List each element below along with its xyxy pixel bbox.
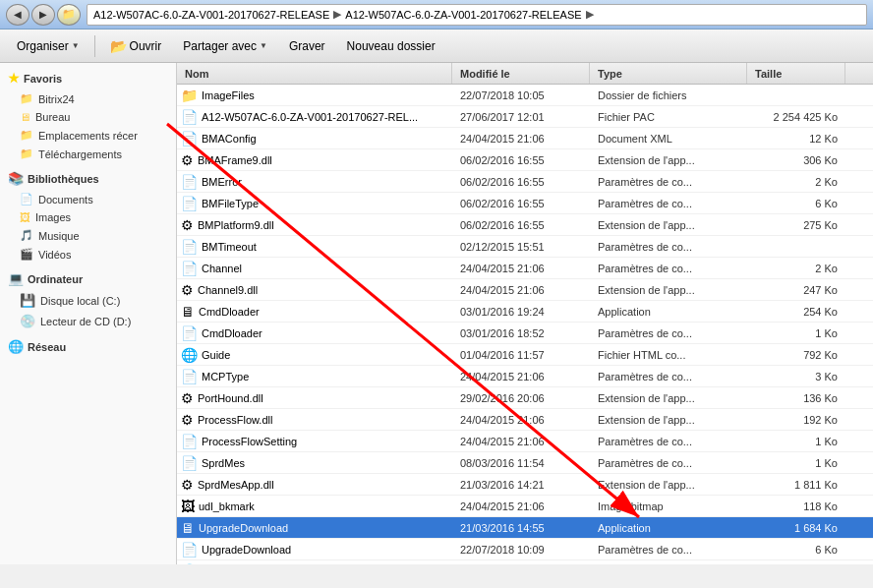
sidebar-item-cd-drive[interactable]: 💿 Lecteur de CD (D:) [0, 311, 176, 331]
file-type-icon: 📁 [181, 88, 198, 103]
file-name-cell: ⚙ PortHound.dll [177, 390, 452, 406]
share-button[interactable]: Partager avec ▼ [174, 35, 276, 57]
libraries-header: 📚 Bibliothèques [0, 167, 176, 190]
table-row[interactable]: ⚙ BMAFrame9.dll 06/02/2016 16:55 Extensi… [177, 149, 873, 171]
column-header-size[interactable]: Taille [747, 63, 845, 84]
table-row[interactable]: 📄 ProcessFlowSetting 24/04/2015 21:06 Pa… [177, 431, 873, 452]
forward-button[interactable]: ▶ [31, 4, 55, 26]
table-row[interactable]: 📄 BMAConfig 24/04/2015 21:06 Document XM… [177, 128, 873, 149]
table-row[interactable]: 🌐 内部公开-InternalUse 09/11/2016 02:11 Fire… [177, 560, 873, 564]
file-size-cell: 2 254 425 Ko [747, 111, 845, 123]
file-type-icon: 🖥 [181, 520, 195, 536]
file-name-label: A12-W507AC-6.0-ZA-V001-20170627-REL... [202, 111, 418, 123]
sidebar-item-bureau[interactable]: 🖥 Bureau [0, 108, 176, 126]
file-size-cell: 792 Ko [747, 349, 845, 361]
breadcrumb-bar[interactable]: A12-W507AC-6.0-ZA-V001-20170627-RELEASE … [87, 4, 867, 26]
file-type-icon: 📄 [181, 196, 198, 211]
sidebar-item-recent[interactable]: 📁 Emplacements récer [0, 126, 176, 145]
new-folder-label: Nouveau dossier [347, 39, 436, 53]
file-size-cell: 1 684 Ko [747, 522, 845, 534]
share-label: Partager avec [183, 39, 257, 53]
burn-button[interactable]: Graver [280, 35, 334, 57]
breadcrumb-item-1[interactable]: A12-W507AC-6.0-ZA-V001-20170627-RELEASE [93, 9, 329, 21]
back-button[interactable]: ◀ [6, 4, 29, 26]
file-type-icon: 📄 [181, 369, 198, 384]
drive-icon: 💾 [20, 293, 35, 308]
table-row[interactable]: 🌐 Guide 01/04/2016 11:57 Fichier HTML co… [177, 344, 873, 366]
table-row[interactable]: 📄 A12-W507AC-6.0-ZA-V001-20170627-REL...… [177, 106, 873, 128]
table-row[interactable]: 📄 CmdDloader 03/01/2016 18:52 Paramètres… [177, 323, 873, 344]
sidebar-item-downloads[interactable]: 📁 Téléchargements [0, 145, 176, 163]
file-date-cell: 24/04/2015 21:06 [452, 133, 590, 145]
network-label: Réseau [28, 341, 66, 353]
file-name-cell: ⚙ SprdMesApp.dll [177, 477, 452, 493]
table-row[interactable]: 📄 BMFileType 06/02/2016 16:55 Paramètres… [177, 193, 873, 214]
sidebar-item-label: Bitrix24 [38, 93, 75, 105]
new-folder-button[interactable]: Nouveau dossier [338, 35, 444, 57]
table-row[interactable]: ⚙ BMPlatform9.dll 06/02/2016 16:55 Exten… [177, 214, 873, 236]
table-row[interactable]: ⚙ PortHound.dll 29/02/2016 20:06 Extensi… [177, 387, 873, 409]
column-header-name[interactable]: Nom [177, 63, 452, 84]
open-button[interactable]: 📂 Ouvrir [101, 34, 171, 58]
computer-header: 💻 Ordinateur [0, 267, 176, 290]
file-name-cell: 📄 CmdDloader [177, 325, 452, 341]
file-date-cell: 06/02/2016 16:55 [452, 176, 590, 188]
file-size-cell: 1 Ko [747, 436, 845, 447]
sidebar-item-videos[interactable]: 🎬 Vidéos [0, 245, 176, 264]
table-row[interactable]: 📄 BMError 06/02/2016 16:55 Paramètres de… [177, 171, 873, 193]
breadcrumb-separator: ▶ [333, 8, 341, 21]
file-name-cell: 🖼 udl_bkmark [177, 499, 452, 514]
file-type-icon: ⚙ [181, 217, 194, 233]
file-name-label: UpgradeDownload [202, 544, 291, 556]
folder-icon: 🖥 [20, 111, 30, 123]
file-name-label: CmdDloader [202, 327, 262, 339]
file-name-label: PortHound.dll [198, 392, 263, 404]
column-size-label: Taille [755, 68, 782, 80]
table-row[interactable]: ⚙ ProcessFlow.dll 24/04/2015 21:06 Exten… [177, 409, 873, 431]
table-row[interactable]: 📁 ImageFiles 22/07/2018 10:05 Dossier de… [177, 85, 873, 106]
table-row[interactable]: 📄 UpgradeDownload 22/07/2018 10:09 Param… [177, 539, 873, 560]
table-row[interactable]: 📄 BMTimeout 02/12/2015 15:51 Paramètres … [177, 236, 873, 258]
file-size-cell: 12 Ko [747, 133, 845, 145]
column-header-type[interactable]: Type [590, 63, 747, 84]
file-type-icon: 🖼 [181, 499, 195, 514]
column-header-modified[interactable]: Modifié le [452, 63, 590, 84]
file-name-label: BMAConfig [202, 133, 257, 145]
table-row[interactable]: 📄 MCPType 24/04/2015 21:06 Paramètres de… [177, 366, 873, 387]
computer-label: Ordinateur [28, 273, 83, 285]
file-name-cell: 📄 Channel [177, 261, 452, 276]
organize-button[interactable]: Organiser ▼ [8, 35, 88, 57]
file-type-icon: ⚙ [181, 477, 194, 493]
file-name-cell: ⚙ BMPlatform9.dll [177, 217, 452, 233]
table-row[interactable]: 🖥 UpgradeDownload 21/03/2016 14:55 Appli… [177, 517, 873, 539]
network-header[interactable]: 🌐 Réseau [0, 335, 176, 358]
column-name-label: Nom [185, 68, 208, 80]
libraries-label: Bibliothèques [28, 173, 99, 185]
table-row[interactable]: ⚙ Channel9.dll 24/04/2015 21:06 Extensio… [177, 279, 873, 301]
sidebar-item-music[interactable]: 🎵 Musique [0, 226, 176, 245]
file-name-cell: 🌐 Guide [177, 347, 452, 363]
file-type-cell: Extension de l'app... [590, 284, 747, 296]
table-row[interactable]: 📄 SprdMes 08/03/2016 11:54 Paramètres de… [177, 452, 873, 474]
sidebar-item-images[interactable]: 🖼 Images [0, 208, 176, 226]
table-row[interactable]: ⚙ SprdMesApp.dll 21/03/2016 14:21 Extens… [177, 474, 873, 496]
file-name-cell: ⚙ ProcessFlow.dll [177, 412, 452, 428]
up-button[interactable]: 📁 [57, 4, 81, 26]
sidebar-item-local-disk[interactable]: 💾 Disque local (C:) [0, 290, 176, 311]
file-name-label: ProcessFlowSetting [202, 436, 297, 447]
table-row[interactable]: 🖼 udl_bkmark 24/04/2015 21:06 Image bitm… [177, 496, 873, 517]
table-row[interactable]: 🖥 CmdDloader 03/01/2016 19:24 Applicatio… [177, 301, 873, 323]
organize-dropdown-arrow: ▼ [72, 41, 80, 50]
burn-label: Graver [289, 39, 325, 53]
file-name-label: SprdMes [202, 457, 245, 469]
sidebar-item-documents[interactable]: 📄 Documents [0, 190, 176, 208]
file-date-cell: 06/02/2016 16:55 [452, 219, 590, 231]
sidebar-item-bitrix24[interactable]: 📁 Bitrix24 [0, 89, 176, 108]
table-row[interactable]: 📄 Channel 24/04/2015 21:06 Paramètres de… [177, 258, 873, 279]
file-type-cell: Document XML [590, 133, 747, 145]
file-type-icon: 📄 [181, 174, 198, 190]
file-size-cell: 2 Ko [747, 263, 845, 274]
breadcrumb-item-2[interactable]: A12-W507AC-6.0-ZA-V001-20170627-RELEASE [345, 9, 581, 21]
favorites-label: Favoris [24, 73, 62, 85]
file-size-cell: 306 Ko [747, 154, 845, 166]
